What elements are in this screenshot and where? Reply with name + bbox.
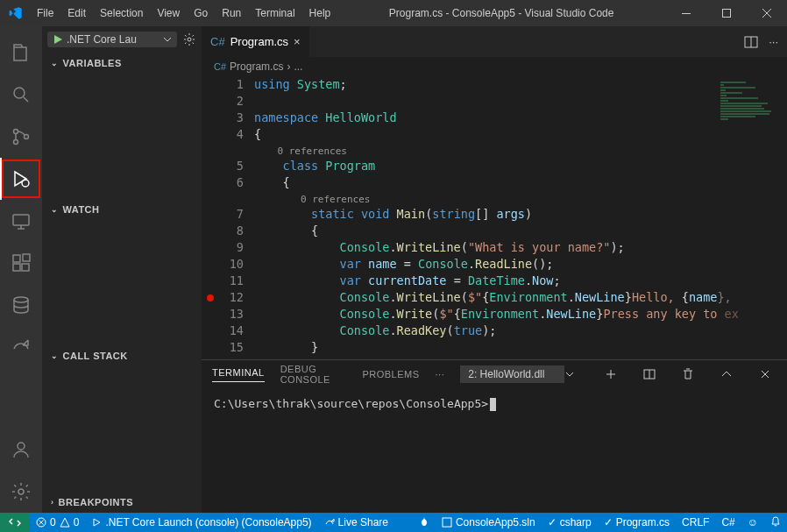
svg-point-3: [14, 130, 18, 134]
code-line[interactable]: static void Main(string[] args): [254, 206, 532, 223]
terminal-selector[interactable]: 2: HelloWorld.dll: [460, 365, 564, 383]
line-number: 6: [219, 174, 254, 191]
close-icon[interactable]: [754, 367, 776, 381]
solution-indicator[interactable]: ConsoleApp5.sln: [436, 516, 542, 528]
plus-icon[interactable]: [599, 367, 622, 381]
code-line[interactable]: Console.ReadKey(true);: [254, 323, 496, 339]
watch-section-header[interactable]: ⌄WATCH: [42, 199, 202, 220]
menubar: FileEditSelectionViewGoRunTerminalHelp: [31, 4, 337, 23]
code-line[interactable]: }: [254, 339, 318, 356]
source-control-icon[interactable]: [0, 116, 42, 158]
debug-config-label: .NET Core Lau: [67, 33, 137, 46]
window-title: Program.cs - ConsoleApp5 - Visual Studio…: [337, 7, 666, 19]
search-icon[interactable]: [0, 74, 42, 116]
code-line[interactable]: Console.Write($"{Environment.NewLine}Pre…: [254, 306, 739, 323]
breadcrumb[interactable]: C# Program.cs › ...: [202, 57, 787, 76]
up-icon[interactable]: [715, 367, 738, 381]
split-icon[interactable]: [638, 367, 661, 381]
live-share[interactable]: Live Share: [318, 513, 394, 532]
menu-go[interactable]: Go: [188, 4, 214, 23]
menu-help[interactable]: Help: [303, 4, 337, 23]
svg-point-17: [207, 294, 214, 301]
line-number: 10: [219, 256, 254, 273]
language-mode[interactable]: C#: [715, 516, 741, 528]
tab-program-cs[interactable]: C# Program.cs ×: [202, 26, 310, 57]
code-line[interactable]: Console.WriteLine($"{Environment.NewLine…: [254, 289, 732, 306]
line-number: 9: [219, 239, 254, 256]
code-line[interactable]: namespace HelloWorld: [254, 110, 397, 126]
code-line[interactable]: {: [254, 223, 318, 239]
panel-tab-problems[interactable]: PROBLEMS: [362, 369, 419, 379]
line-number: 5: [219, 158, 254, 174]
debug-target[interactable]: .NET Core Launch (console) (ConsoleApp5): [85, 513, 317, 532]
menu-terminal[interactable]: Terminal: [249, 4, 301, 23]
accounts-icon[interactable]: [0, 429, 42, 471]
run-debug-icon[interactable]: [0, 158, 42, 200]
breakpoints-section-header[interactable]: ›BREAKPOINTS: [42, 492, 202, 513]
sql-icon[interactable]: [0, 284, 42, 326]
svg-point-15: [188, 38, 191, 41]
code-line[interactable]: class Program: [254, 158, 375, 174]
terminal-cursor: [490, 398, 496, 411]
close-button[interactable]: [747, 0, 787, 26]
trash-icon[interactable]: [677, 367, 699, 381]
remote-indicator[interactable]: [0, 513, 30, 532]
more-actions-icon[interactable]: ···: [769, 35, 778, 48]
code-editor[interactable]: 1using System;23namespace HelloWorld4{ 0…: [202, 76, 787, 359]
panel-tab-terminal[interactable]: TERMINAL: [212, 367, 265, 382]
svg-point-6: [22, 180, 29, 187]
menu-file[interactable]: File: [31, 4, 60, 23]
feedback-icon[interactable]: ☺: [741, 516, 764, 528]
line-number: 13: [219, 306, 254, 323]
code-line[interactable]: {: [254, 126, 261, 143]
share-icon[interactable]: [0, 326, 42, 368]
file-status[interactable]: ✓Program.cs: [598, 516, 676, 528]
problems-indicator[interactable]: 0 0: [30, 513, 85, 532]
code-line[interactable]: using System;: [254, 76, 347, 93]
omnisharp-flame[interactable]: [413, 516, 436, 527]
minimap[interactable]: [717, 76, 787, 359]
line-number: 4: [219, 126, 254, 143]
lang-server-status[interactable]: ✓csharp: [542, 516, 598, 528]
line-number: 11: [219, 273, 254, 289]
remote-explorer-icon[interactable]: [0, 200, 42, 242]
split-editor-icon[interactable]: [744, 35, 758, 49]
line-number: 12: [219, 289, 254, 306]
vscode-logo-icon: [0, 6, 31, 20]
terminal[interactable]: C:\Users\thrak\source\repos\ConsoleApp5>: [202, 388, 787, 513]
eol-indicator[interactable]: CRLF: [676, 516, 715, 528]
explorer-icon[interactable]: [0, 32, 42, 74]
line-number: 3: [219, 110, 254, 126]
notifications-icon[interactable]: [764, 516, 787, 527]
menu-edit[interactable]: Edit: [61, 4, 92, 23]
gear-icon[interactable]: [182, 32, 196, 46]
svg-point-14: [18, 489, 24, 494]
code-line[interactable]: var name = Console.ReadLine();: [254, 256, 553, 273]
menu-selection[interactable]: Selection: [94, 4, 149, 23]
code-line[interactable]: Console.WriteLine("What is your name?");: [254, 239, 625, 256]
maximize-button[interactable]: [706, 0, 747, 26]
line-number: 8: [219, 223, 254, 239]
close-tab-icon[interactable]: ×: [294, 35, 301, 48]
settings-gear-icon[interactable]: [0, 471, 42, 513]
svg-rect-10: [22, 264, 29, 271]
breakpoint-icon[interactable]: [202, 294, 219, 302]
variables-section-header[interactable]: ⌄VARIABLES: [42, 53, 202, 74]
csharp-file-icon: C#: [210, 35, 225, 48]
titlebar: FileEditSelectionViewGoRunTerminalHelp P…: [0, 0, 787, 26]
panel-tab-debug-console[interactable]: DEBUG CONSOLE: [280, 364, 347, 385]
svg-point-5: [25, 135, 29, 139]
svg-rect-1: [723, 10, 731, 18]
code-line[interactable]: var currentDate = DateTime.Now;: [254, 273, 561, 289]
panel-tabs: TERMINALDEBUG CONSOLEPROBLEMS···2: Hello…: [202, 360, 787, 388]
code-line[interactable]: {: [254, 174, 290, 191]
extensions-icon[interactable]: [0, 242, 42, 284]
panel-more-icon[interactable]: ···: [436, 369, 445, 379]
line-number: 7: [219, 206, 254, 223]
debug-config-selector[interactable]: .NET Core Lau: [47, 32, 177, 47]
bottom-panel: TERMINALDEBUG CONSOLEPROBLEMS···2: Hello…: [202, 359, 787, 513]
menu-run[interactable]: Run: [216, 4, 247, 23]
minimize-button[interactable]: [666, 0, 706, 26]
callstack-section-header[interactable]: ⌄CALL STACK: [42, 345, 202, 366]
menu-view[interactable]: View: [151, 4, 186, 23]
